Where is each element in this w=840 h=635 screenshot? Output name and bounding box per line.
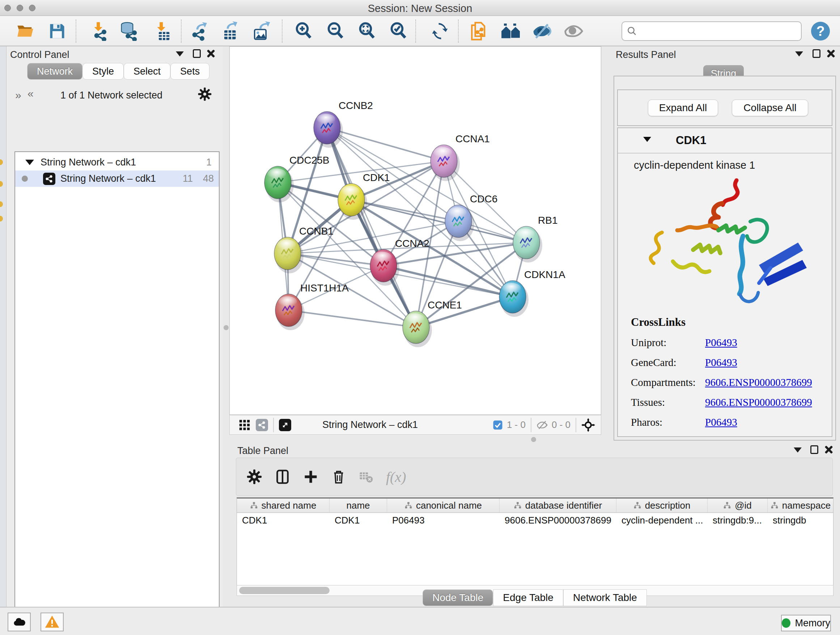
results-panel-close-icon[interactable] bbox=[826, 49, 835, 59]
expand-all-networks-icon[interactable]: » bbox=[29, 89, 34, 101]
column-header-name[interactable]: name bbox=[330, 499, 387, 512]
export-network-icon[interactable] bbox=[190, 20, 210, 42]
network-node-CCNB2[interactable] bbox=[314, 111, 343, 148]
network-options-gear-icon[interactable] bbox=[197, 87, 212, 101]
tab-edge-table[interactable]: Edge Table bbox=[493, 589, 563, 606]
network-canvas[interactable]: CCNB2CCNA1CDC25BCDK1CDC6RB1CCNB1CCNA2CDK… bbox=[229, 46, 601, 415]
control-panel-menu-caret[interactable] bbox=[176, 51, 184, 58]
column-header-database-identifier[interactable]: database identifier bbox=[500, 499, 616, 512]
add-column-icon[interactable] bbox=[303, 469, 319, 485]
protein-collapse-caret[interactable] bbox=[643, 137, 651, 143]
tab-network[interactable]: Network bbox=[27, 63, 82, 80]
help-icon[interactable]: ? bbox=[810, 20, 831, 42]
pan-crosshair-icon[interactable] bbox=[581, 418, 595, 432]
table-cell[interactable]: cyclin-dependent ... bbox=[616, 513, 707, 527]
tab-select[interactable]: Select bbox=[124, 63, 171, 80]
results-panel-float-icon[interactable] bbox=[813, 49, 821, 59]
table-cell[interactable]: CDK1 bbox=[330, 513, 387, 527]
attribute-icon bbox=[514, 501, 522, 509]
cloud-status-button[interactable] bbox=[8, 613, 31, 631]
toolbar-separator bbox=[181, 19, 182, 43]
control-panel-float-icon[interactable] bbox=[193, 49, 201, 59]
network-share-toggle-icon[interactable] bbox=[256, 419, 268, 431]
background-dot bbox=[0, 181, 3, 187]
tab-node-table[interactable]: Node Table bbox=[423, 589, 493, 606]
column-header-namespace[interactable]: namespace bbox=[767, 499, 834, 512]
show-eye-icon[interactable] bbox=[564, 20, 584, 42]
table-row[interactable]: CDK1CDK1P064939606.ENSP00000378699cyclin… bbox=[237, 513, 833, 527]
column-header-shared-name[interactable]: shared name bbox=[237, 499, 330, 512]
control-panel-close-icon[interactable] bbox=[206, 49, 215, 59]
network-node-CCNE1[interactable] bbox=[403, 311, 432, 347]
node-label-CDC25B: CDC25B bbox=[289, 155, 329, 166]
network-node-CDKN1A[interactable] bbox=[499, 280, 529, 317]
warning-status-button[interactable] bbox=[41, 613, 64, 631]
refresh-icon[interactable] bbox=[430, 20, 450, 42]
footer-separator bbox=[273, 418, 274, 432]
hidden-eye-icon[interactable] bbox=[537, 419, 548, 431]
node-label-CDK1: CDK1 bbox=[363, 172, 390, 183]
results-panel-menu-caret[interactable] bbox=[795, 51, 803, 58]
collection-expand-caret[interactable] bbox=[25, 160, 34, 165]
memory-button[interactable]: Memory bbox=[781, 615, 831, 631]
network-collection-row[interactable]: String Network – cdk1 1 bbox=[15, 154, 219, 171]
crosslink-tissues-link[interactable]: 9606.ENSP00000378699 bbox=[705, 396, 812, 409]
string-home-icon[interactable] bbox=[501, 20, 521, 42]
delete-column-icon[interactable] bbox=[331, 469, 346, 485]
clone-network-icon[interactable] bbox=[469, 20, 489, 42]
vertical-splitter-left[interactable] bbox=[223, 46, 229, 607]
search-input[interactable] bbox=[638, 26, 793, 37]
collapse-all-button[interactable]: Collapse All bbox=[732, 100, 808, 116]
import-table-icon[interactable] bbox=[152, 20, 172, 42]
table-panel-float-icon[interactable] bbox=[810, 445, 818, 455]
open-session-icon[interactable] bbox=[15, 20, 35, 42]
import-network-from-database-icon[interactable] bbox=[118, 20, 139, 42]
expand-all-button[interactable]: Expand All bbox=[648, 100, 718, 116]
crosslink-uniprot-link[interactable]: P06493 bbox=[705, 337, 737, 348]
network-row[interactable]: String Network – cdk1 11 48 bbox=[15, 171, 219, 187]
tab-style[interactable]: Style bbox=[82, 63, 124, 80]
column-header-description[interactable]: description bbox=[616, 499, 707, 512]
zoom-out-icon[interactable] bbox=[325, 20, 346, 42]
crosslink-pharos-link[interactable]: P06493 bbox=[705, 416, 737, 428]
table-panel-menu-caret[interactable] bbox=[794, 448, 802, 454]
show-columns-icon[interactable] bbox=[275, 469, 291, 485]
table-panel-close-icon[interactable] bbox=[824, 445, 833, 455]
protein-card-header[interactable]: CDK1 bbox=[618, 128, 832, 154]
toolbar-separator bbox=[458, 19, 459, 43]
background-dot bbox=[0, 201, 3, 207]
crosslink-genecard-link[interactable]: P06493 bbox=[705, 356, 737, 369]
tab-sets[interactable]: Sets bbox=[171, 63, 210, 80]
collapse-all-networks-icon[interactable]: » bbox=[15, 89, 20, 101]
node-table: shared namenamecanonical namedatabase id… bbox=[237, 497, 834, 585]
column-header-@id[interactable]: @id bbox=[707, 499, 767, 512]
table-cell[interactable]: 9606.ENSP00000378699 bbox=[500, 513, 616, 527]
crosslink-compartments-link[interactable]: 9606.ENSP00000378699 bbox=[705, 377, 812, 388]
network-node-RB1[interactable] bbox=[513, 226, 542, 263]
table-cell[interactable]: stringdb bbox=[767, 513, 834, 527]
birdseye-grid-icon[interactable] bbox=[238, 419, 251, 431]
hide-glass-eye-icon[interactable] bbox=[532, 20, 552, 42]
selected-checkbox-icon[interactable] bbox=[493, 420, 503, 431]
network-node-CDC25B[interactable] bbox=[264, 166, 294, 203]
table-gear-icon[interactable] bbox=[246, 469, 262, 485]
node-table-body: CDK1CDK1P064939606.ENSP00000378699cyclin… bbox=[237, 513, 833, 527]
open-in-window-icon[interactable] bbox=[279, 419, 291, 431]
network-node-CCNA2[interactable] bbox=[370, 249, 399, 286]
network-edge-CCNB2-CCNE1[interactable] bbox=[327, 128, 416, 327]
column-header-canonical-name[interactable]: canonical name bbox=[387, 499, 500, 512]
table-cell[interactable]: stringdb:9... bbox=[707, 513, 767, 527]
export-image-icon[interactable] bbox=[252, 20, 272, 42]
table-cell[interactable]: CDK1 bbox=[237, 513, 330, 527]
export-table-icon[interactable] bbox=[221, 20, 241, 42]
zoom-selected-icon[interactable] bbox=[388, 20, 409, 42]
network-node-HIST1H1A[interactable] bbox=[275, 294, 305, 330]
tab-network-table[interactable]: Network Table bbox=[563, 589, 647, 606]
network-edge-HIST1H1A-CCNE1[interactable] bbox=[289, 310, 416, 327]
string-results-container: Expand All Collapse All CDK1 cyclin-depe… bbox=[614, 76, 836, 440]
save-session-icon[interactable] bbox=[47, 20, 67, 42]
import-network-icon[interactable] bbox=[89, 20, 109, 42]
zoom-in-icon[interactable] bbox=[294, 20, 314, 42]
table-cell[interactable]: P06493 bbox=[387, 513, 500, 527]
zoom-fit-icon[interactable] bbox=[357, 20, 377, 42]
